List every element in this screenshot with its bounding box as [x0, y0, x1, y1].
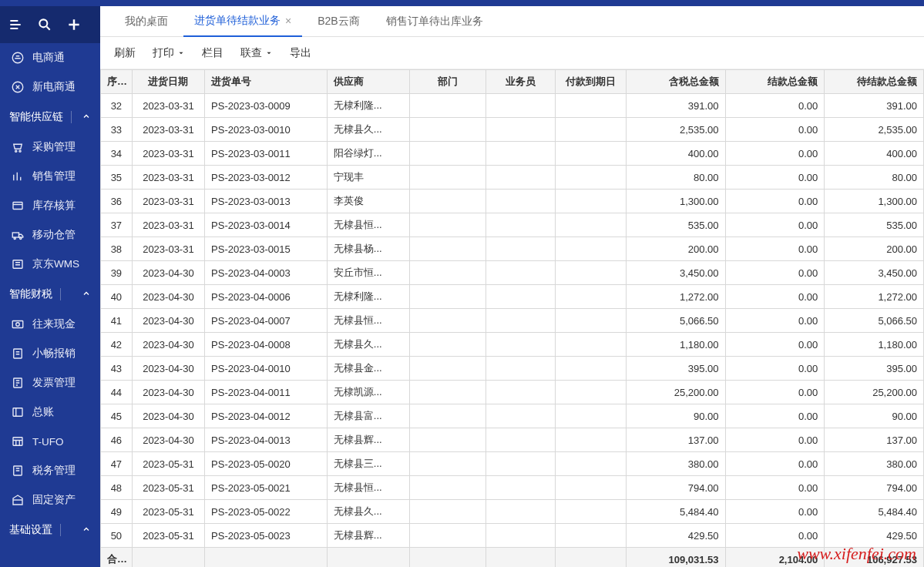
cell: 2023-04-30: [132, 285, 204, 309]
table-row[interactable]: 492023-05-31PS-2023-05-0022无棣县久...5,484.…: [101, 500, 924, 524]
cell: [555, 428, 626, 452]
cell: [410, 190, 486, 213]
table-row[interactable]: 402023-04-30PS-2023-04-0006无棣利隆...1,272.…: [101, 285, 924, 309]
table-row[interactable]: 342023-03-31PS-2023-03-0011阳谷绿灯...400.00…: [101, 142, 924, 166]
truck-icon: [11, 228, 25, 242]
th-5[interactable]: 业务员: [486, 70, 555, 94]
table-row[interactable]: 472023-05-31PS-2023-05-0020无棣县三...380.00…: [101, 452, 924, 476]
shop-icon: [11, 51, 25, 65]
footer-cell: [132, 548, 204, 568]
sidebar-group-0[interactable]: 智能供应链: [0, 102, 100, 133]
cell: 2023-04-30: [132, 404, 204, 428]
nav-label: T-UFO: [32, 436, 64, 448]
th-0[interactable]: 序号: [101, 70, 133, 94]
cell: PS-2023-04-0008: [205, 333, 328, 357]
th-1[interactable]: 进货日期: [132, 70, 204, 94]
table-row[interactable]: 432023-04-30PS-2023-04-0010无棣县金...395.00…: [101, 357, 924, 381]
toolbar-btn-1[interactable]: 打印: [153, 46, 185, 60]
tab-1[interactable]: 进货单待结款业务×: [183, 6, 302, 37]
sidebar-item-1-6[interactable]: 固定资产: [0, 485, 100, 515]
table-row[interactable]: 482023-05-31PS-2023-05-0021无棣县恒...794.00…: [101, 476, 924, 500]
table-row[interactable]: 422023-04-30PS-2023-04-0008无棣县久...1,180.…: [101, 333, 924, 357]
table-row[interactable]: 322023-03-31PS-2023-03-0009无棣利隆...391.00…: [101, 94, 924, 118]
th-3[interactable]: 供应商: [327, 70, 409, 94]
menu-icon[interactable]: [8, 17, 23, 32]
search-icon[interactable]: [37, 17, 52, 32]
sidebar-item-1-5[interactable]: 税务管理: [0, 456, 100, 485]
toolbar-label: 刷新: [114, 46, 136, 60]
cell: 80.00: [626, 166, 725, 190]
cell: 40: [101, 285, 133, 309]
th-4[interactable]: 部门: [410, 70, 486, 94]
sidebar-item-1[interactable]: 新电商通: [0, 72, 100, 102]
tab-2[interactable]: B2B云商: [307, 6, 370, 37]
tabs: 我的桌面进货单待结款业务×B2B云商销售订单待出库业务: [100, 6, 924, 37]
table-row[interactable]: 412023-04-30PS-2023-04-0007无棣县恒...5,066.…: [101, 309, 924, 333]
toolbar-btn-0[interactable]: 刷新: [114, 46, 136, 60]
th-6[interactable]: 付款到期日: [555, 70, 626, 94]
sidebar-group-2[interactable]: 基础设置: [0, 515, 100, 545]
table-row[interactable]: 502023-05-31PS-2023-05-0023无棣县辉...429.50…: [101, 524, 924, 548]
sidebar-item-0[interactable]: 电商通: [0, 43, 100, 72]
sidebar-item-0-2[interactable]: 库存核算: [0, 191, 100, 220]
plus-icon[interactable]: [66, 17, 82, 32]
cell: 5,066.50: [825, 309, 924, 333]
close-icon[interactable]: ×: [285, 15, 291, 27]
table-row[interactable]: 372023-03-31PS-2023-03-0014无棣县恒...535.00…: [101, 213, 924, 237]
wms-icon: [11, 257, 25, 271]
table-wrap[interactable]: 序号进货日期进货单号供应商部门业务员付款到期日含税总金额结款总金额待结款总金额 …: [100, 69, 924, 567]
table-row[interactable]: 452023-04-30PS-2023-04-0012无棣县富...90.000…: [101, 404, 924, 428]
table-row[interactable]: 332023-03-31PS-2023-03-0010无棣县久...2,535.…: [101, 118, 924, 142]
cell: [410, 118, 486, 142]
cell: [555, 404, 626, 428]
table-row[interactable]: 442023-04-30PS-2023-04-0011无棣凯源...25,200…: [101, 381, 924, 404]
table-row[interactable]: 362023-03-31PS-2023-03-0013李英俊1,300.000.…: [101, 190, 924, 213]
sidebar-item-1-0[interactable]: 往来现金: [0, 310, 100, 339]
cell: 400.00: [825, 142, 924, 166]
cell: 2023-03-31: [132, 237, 204, 261]
sidebar-item-1-2[interactable]: 发票管理: [0, 368, 100, 398]
tab-3[interactable]: 销售订单待出库业务: [375, 6, 494, 37]
cell: 1,272.00: [626, 285, 725, 309]
toolbar-btn-3[interactable]: 联查: [240, 46, 273, 60]
cell: [486, 190, 555, 213]
chevron-up-icon: [82, 524, 91, 536]
toolbar-btn-2[interactable]: 栏目: [202, 46, 223, 60]
svg-rect-6: [12, 233, 18, 237]
toolbar-btn-4[interactable]: 导出: [290, 46, 311, 60]
sidebar-item-0-0[interactable]: 采购管理: [0, 133, 100, 162]
sidebar-group-1[interactable]: 智能财税: [0, 279, 100, 310]
table-row[interactable]: 382023-03-31PS-2023-03-0015无棣县杨...200.00…: [101, 237, 924, 261]
table-row[interactable]: 352023-03-31PS-2023-03-0012宁现丰80.000.008…: [101, 166, 924, 190]
svg-point-4: [19, 150, 21, 152]
cell: 380.00: [626, 452, 725, 476]
cell: 0.00: [725, 237, 825, 261]
th-9[interactable]: 待结款总金额: [825, 70, 924, 94]
cell: [410, 261, 486, 285]
table-row[interactable]: 462023-04-30PS-2023-04-0013无棣县辉...137.00…: [101, 428, 924, 452]
sidebar-item-1-4[interactable]: T-UFO: [0, 427, 100, 456]
cell: 安丘市恒...: [327, 261, 409, 285]
th-7[interactable]: 含税总金额: [626, 70, 725, 94]
sidebar-item-0-1[interactable]: 销售管理: [0, 162, 100, 191]
sidebar-item-1-1[interactable]: 小畅报销: [0, 339, 100, 368]
th-2[interactable]: 进货单号: [205, 70, 328, 94]
cell: [486, 500, 555, 524]
table-row[interactable]: 392023-04-30PS-2023-04-0003安丘市恒...3,450.…: [101, 261, 924, 285]
sidebar-item-0-3[interactable]: 移动仓管: [0, 220, 100, 250]
sidebar-item-1-3[interactable]: 总账: [0, 398, 100, 427]
cell: 391.00: [825, 94, 924, 118]
svg-rect-5: [13, 203, 22, 210]
cell: [410, 309, 486, 333]
svg-point-7: [14, 237, 15, 239]
toolbar: 刷新打印栏目联查导出: [100, 37, 924, 69]
chevron-down-icon: [265, 47, 273, 59]
tab-0[interactable]: 我的桌面: [114, 6, 179, 37]
chevron-down-icon: [177, 47, 185, 59]
cell: 2023-04-30: [132, 309, 204, 333]
sidebar-item-0-4[interactable]: 京东WMS: [0, 250, 100, 279]
cell: [555, 476, 626, 500]
th-8[interactable]: 结款总金额: [725, 70, 825, 94]
cell: 3,450.00: [626, 261, 725, 285]
group-label: 智能供应链: [9, 110, 63, 124]
